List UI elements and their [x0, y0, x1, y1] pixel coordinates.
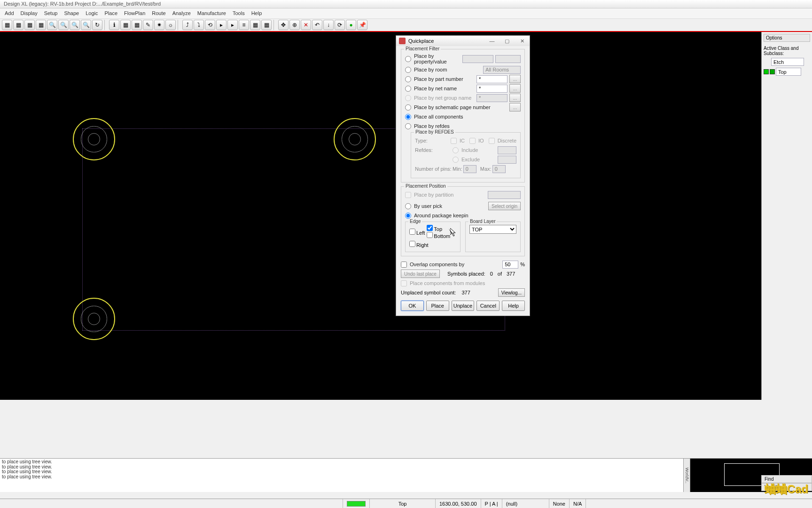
options-panel: Options Active Class and Subclass: — [761, 32, 812, 400]
place-button[interactable]: Place — [426, 301, 449, 311]
tool-icon[interactable]: ▸ — [227, 20, 238, 30]
status-none: None — [549, 499, 570, 508]
menu-manufacture[interactable]: Manufacture — [197, 10, 226, 16]
zoom-out-icon[interactable]: 🔍 — [70, 20, 80, 30]
menu-tools[interactable]: Tools — [233, 10, 245, 16]
options-tab[interactable]: Options — [764, 34, 810, 42]
check-left[interactable]: Left — [409, 229, 425, 236]
zoom-in-icon[interactable]: 🔍 — [47, 20, 57, 30]
layer-color[interactable] — [770, 69, 775, 74]
tool-icon[interactable]: ☼ — [165, 20, 176, 30]
tool-icon[interactable]: ✎ — [143, 20, 153, 30]
tool-icon[interactable]: ▦ — [36, 20, 46, 30]
title-bar: Design XL (legacy): RV-1b.brd Project D:… — [0, 0, 812, 8]
netname-input[interactable] — [476, 85, 508, 93]
edge-group: Edge Left Top Bottom Right — [405, 222, 461, 252]
tool-icon[interactable]: ⊕ — [289, 20, 300, 30]
overlap-input[interactable] — [502, 261, 518, 269]
check-discrete: Discrete — [489, 138, 516, 144]
radio-all-components[interactable]: Place all components — [405, 114, 521, 120]
check-top[interactable]: Top — [427, 225, 450, 232]
tool-icon[interactable]: ▸ — [216, 20, 226, 30]
cancel-button[interactable]: Cancel — [476, 301, 500, 311]
refdes-group: Place by REFDES Type: IC IO Discrete Ref… — [411, 132, 521, 178]
propval-input — [462, 55, 493, 63]
radio-schematic-page[interactable]: Place by schematic page number — [405, 104, 509, 111]
tool-icon[interactable]: ▦ — [2, 20, 12, 30]
radio-prop-value[interactable]: Place by property/value — [405, 53, 462, 64]
radio-net-name[interactable]: Place by net name — [405, 86, 476, 92]
check-overlap[interactable]: Overlap components by — [401, 262, 500, 268]
tool-icon[interactable]: ▦ — [261, 20, 272, 30]
tool-icon[interactable]: ≡ — [239, 20, 249, 30]
menu-add[interactable]: Add — [5, 10, 14, 16]
tool-icon[interactable]: ⤴ — [182, 20, 193, 30]
status-null: (null) — [502, 499, 549, 508]
tool-icon[interactable]: ℹ — [109, 20, 119, 30]
browse-button[interactable]: ... — [509, 75, 521, 83]
ok-button[interactable]: OK — [401, 301, 424, 311]
unplaced-label: Unplaced symbol count: — [401, 290, 456, 295]
delete-icon[interactable]: ✕ — [301, 20, 311, 30]
radio-refdes[interactable]: Place by refdes — [405, 123, 521, 129]
menu-display[interactable]: Display — [21, 10, 38, 16]
drc-icon[interactable]: ● — [346, 20, 356, 30]
via-pad[interactable] — [73, 298, 115, 340]
check-right[interactable]: Right — [409, 241, 429, 248]
zoom-icon[interactable]: 🔍 — [58, 20, 69, 30]
tool-icon[interactable]: ▦ — [13, 20, 23, 30]
design-canvas[interactable] — [0, 32, 761, 400]
radio-exclude: Exclude — [453, 157, 498, 163]
board-layer-group: Board Layer TOP — [465, 222, 521, 252]
status-pa: P | A | — [481, 499, 502, 508]
worldview-tab[interactable]: WorldV.. — [684, 466, 690, 485]
subclass-input[interactable] — [776, 68, 801, 76]
menu-flowplan[interactable]: FlowPlan — [124, 10, 145, 16]
viewlog-button[interactable]: Viewlog... — [498, 288, 525, 297]
menu-logic[interactable]: Logic — [86, 10, 98, 16]
tool-icon[interactable]: ⟲ — [205, 20, 215, 30]
board-layer-select[interactable]: TOP — [469, 225, 516, 234]
close-icon[interactable]: ✕ — [517, 38, 527, 44]
tool-icon[interactable]: ✷ — [154, 20, 164, 30]
pin-icon[interactable]: 📌 — [357, 20, 367, 30]
menu-place[interactable]: Place — [105, 10, 118, 16]
tool-icon[interactable]: ▦ — [24, 20, 35, 30]
tool-icon[interactable]: ▦ — [120, 20, 131, 30]
class-input[interactable] — [771, 58, 804, 66]
undo-icon[interactable]: ↶ — [312, 20, 322, 30]
via-pad[interactable] — [334, 118, 376, 160]
maximize-icon[interactable]: ▢ — [502, 38, 512, 44]
select-origin-button: Select origin — [488, 202, 521, 210]
unplace-button[interactable]: Unplace — [452, 301, 475, 311]
check-bottom[interactable]: Bottom — [427, 232, 450, 239]
progress-bar — [347, 501, 366, 507]
placement-filter-group: Placement Filter Place by property/value… — [401, 49, 525, 183]
menu-analyze[interactable]: Analyze — [172, 10, 191, 16]
tool-icon[interactable]: ✥ — [278, 20, 289, 30]
radio-room[interactable]: Place by room — [405, 67, 483, 73]
tool-icon[interactable]: ⟳ — [335, 20, 345, 30]
minimize-icon[interactable]: — — [487, 38, 497, 44]
redraw-icon[interactable]: ↻ — [92, 20, 102, 30]
visibility-color[interactable] — [764, 69, 769, 74]
radio-user-pick[interactable]: By user pick — [405, 203, 488, 209]
dialog-titlebar[interactable]: Quickplace — ▢ ✕ — [396, 36, 530, 46]
unplaced-count: 377 — [461, 290, 470, 295]
radio-part-number[interactable]: Place by part number — [405, 76, 476, 82]
tool-icon[interactable]: ↓ — [323, 20, 334, 30]
tool-icon[interactable]: ⤵ — [194, 20, 204, 30]
tool-icon[interactable]: ▦ — [132, 20, 142, 30]
menu-route[interactable]: Route — [152, 10, 165, 16]
menu-setup[interactable]: Setup — [44, 10, 58, 16]
menu-help[interactable]: Help — [251, 10, 262, 16]
zoom-fit-icon[interactable]: 🔍 — [81, 20, 91, 30]
browse-button[interactable]: ... — [509, 84, 521, 93]
status-coords: 1630.00, 530.00 — [436, 499, 481, 508]
via-pad[interactable] — [73, 118, 115, 160]
help-button[interactable]: Help — [502, 301, 525, 311]
radio-around-keepin[interactable]: Around package keepin — [405, 213, 521, 219]
partnum-input[interactable] — [476, 75, 508, 83]
tool-icon[interactable]: ▦ — [250, 20, 260, 30]
menu-shape[interactable]: Shape — [64, 10, 79, 16]
